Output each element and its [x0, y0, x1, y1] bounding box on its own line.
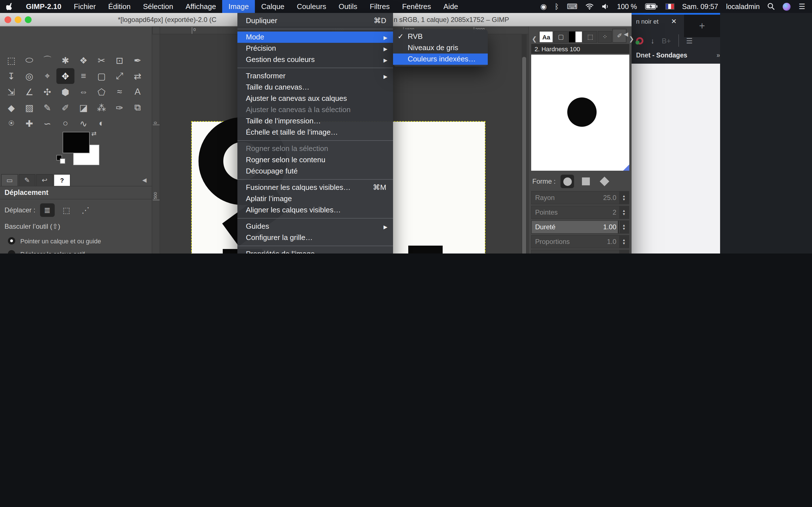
collapse-dock-icon[interactable]: ◀ [624, 31, 628, 37]
tool-measure[interactable]: ⌖ [38, 68, 56, 84]
menu-item[interactable]: Échelle et taille de l’image… [238, 127, 393, 138]
tabs-scroll-right-icon[interactable]: ❯ [627, 36, 636, 43]
fg-bg-color-area[interactable]: ⇄ [56, 132, 101, 172]
tool-eraser[interactable]: ◪ [74, 100, 93, 115]
tool-ink[interactable]: ✑ [110, 100, 129, 115]
tool-text[interactable]: A [129, 84, 147, 100]
menu-item[interactable]: Taille du canevas… [238, 82, 393, 93]
image-tab[interactable]: ? [54, 174, 70, 186]
fonts-tab[interactable]: Aa [539, 31, 553, 43]
menubar-item-sélection[interactable]: Sélection [137, 0, 179, 13]
bluetooth-icon[interactable]: ᛒ [555, 2, 559, 11]
menu-item[interactable]: Fusionner les calques visibles…⌘M [238, 182, 393, 193]
tool-rect-select[interactable]: ⬚ [2, 52, 20, 68]
vertical-scrollbar[interactable] [522, 34, 527, 253]
shape-square-button[interactable] [579, 175, 593, 188]
slider-proportions[interactable]: Proportions1.0▲▼ [531, 235, 629, 248]
move-layer-button[interactable]: ≣ [40, 203, 54, 217]
tool-gradient[interactable]: ▨ [20, 100, 38, 115]
menu-item[interactable]: Aligner les calques visibles… [238, 205, 393, 216]
tool-handle-transform[interactable]: ✣ [38, 84, 56, 100]
tool-heal[interactable]: ⍟ [2, 115, 20, 131]
menu-item[interactable]: Rogner selon le contenu [238, 154, 393, 166]
tool-blur[interactable]: ○ [56, 115, 74, 131]
tool-warp[interactable]: ≈ [110, 84, 129, 100]
zoom-window-button[interactable] [25, 16, 32, 23]
tool-rotate[interactable]: ⇄ [129, 68, 147, 84]
radio-pick-layer[interactable]: Pointer un calque et ou guide [8, 237, 101, 244]
tool-unified-transform[interactable]: ⤢ [110, 68, 129, 84]
slider-angle[interactable]: Angle0.0▲▼ [531, 249, 629, 253]
slider-spinner[interactable]: ▲▼ [619, 191, 629, 204]
tool-free-select[interactable]: ⌒ [38, 52, 56, 68]
submenu-item[interactable]: Couleurs indexées… [393, 54, 488, 65]
menubar-clock[interactable]: Sam. 09:57 [682, 3, 718, 10]
menubar-item-image[interactable]: Image [222, 0, 255, 13]
badge-icon[interactable]: B+ [662, 36, 671, 45]
tool-flip[interactable]: ⇔ [74, 84, 93, 100]
tool-align[interactable]: ≡ [74, 68, 93, 84]
swap-colors-icon[interactable]: ⇄ [91, 130, 96, 137]
menubar-item-affichage[interactable]: Affichage [179, 0, 222, 13]
gradients-tab[interactable] [568, 31, 582, 43]
menu-item[interactable]: Taille de l’impression… [238, 115, 393, 127]
menu-item[interactable]: Découpage futé [238, 166, 393, 177]
menubar-item-édition[interactable]: Édition [102, 0, 137, 13]
tool-desaturate[interactable]: ◐ [93, 115, 110, 131]
radio-move-active[interactable]: Déplacer le calque actif [8, 250, 85, 253]
notification-center-icon[interactable]: ☰ [799, 2, 805, 11]
move-selection-button[interactable]: ⬚ [59, 203, 73, 217]
tool-move[interactable]: ✥ [56, 68, 74, 84]
menu-item[interactable]: Transformer▶ [238, 70, 393, 82]
siri-icon[interactable] [783, 3, 791, 10]
tabs-scroll-left-icon[interactable]: ❮ [530, 36, 539, 43]
shape-circle-button[interactable] [561, 175, 574, 188]
collapse-toolbox-icon[interactable]: ◀ [142, 177, 147, 183]
menubar-item-fenêtres[interactable]: Fenêtres [396, 0, 437, 13]
undo-history-tab[interactable]: ↩ [36, 174, 53, 186]
slider-rayon[interactable]: Rayon25.0▲▼ [531, 191, 629, 205]
tool-perspective[interactable]: ⇲ [2, 84, 20, 100]
tool-cage-transform[interactable]: ⬠ [93, 84, 110, 100]
menu-item[interactable]: Gestion des couleurs▶ [238, 54, 393, 65]
spotlight-search-icon[interactable] [768, 3, 775, 10]
tool-bucket-fill[interactable]: ◆ [2, 100, 20, 115]
device-status-tab[interactable]: ✎ [18, 174, 36, 186]
menubar-item-filtres[interactable]: Filtres [363, 0, 396, 13]
camera-status-icon[interactable]: ◉ [541, 2, 547, 11]
menu-item[interactable]: Aplatir l’image [238, 193, 393, 205]
wifi-icon[interactable] [585, 3, 594, 10]
menubar-item-outils[interactable]: Outils [333, 0, 363, 13]
foreground-color-swatch[interactable] [63, 132, 89, 153]
slider-spinner[interactable]: ▲▼ [619, 221, 629, 233]
menubar-user[interactable]: localadmin [726, 3, 760, 10]
menubar-item-aide[interactable]: Aide [437, 0, 464, 13]
shape-diamond-button[interactable] [598, 175, 612, 188]
menu-item[interactable]: Configurer la grille… [238, 232, 393, 243]
preview-resize-handle[interactable] [623, 165, 629, 171]
keyboard-icon[interactable]: ⌨ [567, 2, 578, 11]
tool-zoom[interactable]: ◎ [20, 68, 38, 84]
browser-tab-close-icon[interactable]: ✕ [671, 17, 677, 25]
move-path-button[interactable]: ⋰ [78, 203, 93, 217]
menu-item[interactable]: Mode▶ [238, 32, 393, 43]
menu-item[interactable]: Précision▶ [238, 43, 393, 54]
browser-logo-icon[interactable] [636, 37, 644, 44]
close-window-button[interactable] [4, 16, 11, 23]
brush-preview[interactable] [531, 55, 629, 171]
tool-scissors-select[interactable]: ✂ [93, 52, 110, 68]
tool-crop[interactable]: ▢ [93, 68, 110, 84]
tool-clone[interactable]: ⧉ [129, 100, 147, 115]
tool-select-by-color[interactable]: ❖ [74, 52, 93, 68]
slider-pointes[interactable]: Pointes2▲▼ [531, 206, 629, 219]
apple-menu[interactable] [0, 0, 20, 13]
minimize-window-button[interactable] [15, 16, 21, 23]
buffers-tab[interactable]: ⁘ [598, 31, 612, 43]
tool-ellipse-select[interactable]: ⬭ [20, 52, 38, 68]
patterns-tab[interactable]: ⬚ [583, 31, 597, 43]
menu-item[interactable]: Guides▶ [238, 221, 393, 232]
default-colors-icon[interactable] [56, 155, 65, 164]
tool-pencil[interactable]: ✎ [38, 100, 56, 115]
tool-3d-transform[interactable]: ⬢ [56, 84, 74, 100]
chevrons-icon[interactable]: » [716, 52, 720, 59]
